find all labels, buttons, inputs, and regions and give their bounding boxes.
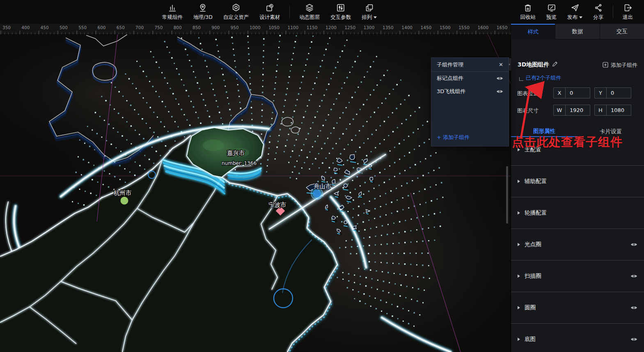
caret-right-icon xyxy=(518,306,520,309)
top-toolbar: 常规组件地理/3D自定义资产设计素材动态图层交互参数排列 回收站预览发布分享退出 xyxy=(0,0,644,24)
publish-plane-icon xyxy=(570,3,580,13)
svg-text:950: 950 xyxy=(231,25,239,30)
svg-text:1500: 1500 xyxy=(440,25,451,30)
sliders-icon xyxy=(336,3,346,13)
position-x-field[interactable]: X 0 xyxy=(553,87,590,98)
svg-text:1200: 1200 xyxy=(325,25,337,30)
chart-bars-icon xyxy=(167,3,177,13)
section-底图[interactable]: 底图 xyxy=(511,324,644,352)
subcomponent-manager-panel: 子组件管理 ✕ 标记点组件3D飞线组件 + 添加子组件 xyxy=(431,57,509,146)
subcomponent-list: 标记点组件3D飞线组件 xyxy=(431,72,509,98)
toolbar-left-group: 常规组件地理/3D自定义资产设计素材动态图层交互参数排列 xyxy=(157,0,382,24)
svg-text:350: 350 xyxy=(2,25,11,30)
toolbar-item-退出[interactable]: 退出 xyxy=(617,0,638,24)
section-光点圈[interactable]: 光点圈 xyxy=(511,229,644,261)
svg-text:1350: 1350 xyxy=(383,25,394,30)
toolbar-item-label: 分享 xyxy=(593,14,603,21)
toolbar-item-常规组件[interactable]: 常规组件 xyxy=(157,0,188,24)
section-label: 圆圈 xyxy=(525,304,630,311)
toolbar-item-分享[interactable]: 分享 xyxy=(588,0,609,24)
canvas-vertical-scrollbar[interactable] xyxy=(506,166,508,224)
edit-pencil-icon[interactable] xyxy=(552,61,558,69)
position-y-field[interactable]: Y 0 xyxy=(594,87,631,98)
toolbar-item-排列[interactable]: 排列 xyxy=(356,0,382,24)
size-h-field[interactable]: H 1080 xyxy=(594,105,631,116)
subcomponent-panel-titlebar[interactable]: 子组件管理 ✕ xyxy=(431,58,509,72)
layers-icon xyxy=(305,3,314,13)
toolbar-right-group: 回收站预览发布分享退出 xyxy=(515,0,644,24)
existing-children-link[interactable]: 已有2个子组件 xyxy=(519,74,561,82)
section-轮播配置[interactable]: 轮播配置 xyxy=(511,197,644,229)
toolbar-item-预览[interactable]: 预览 xyxy=(541,0,562,24)
zhoushan-marker[interactable] xyxy=(311,188,323,199)
design-shape-icon xyxy=(265,3,275,13)
svg-text:1600: 1600 xyxy=(478,25,489,30)
tab-样式[interactable]: 样式 xyxy=(511,24,555,39)
toolbar-item-设计素材[interactable]: 设计素材 xyxy=(254,0,285,24)
eye-icon[interactable] xyxy=(630,305,637,310)
toolbar-item-地理/3D[interactable]: 地理/3D xyxy=(188,0,218,24)
plus-square-icon xyxy=(603,62,608,69)
caret-right-icon xyxy=(518,180,520,183)
svg-text:1550: 1550 xyxy=(458,25,470,30)
svg-text:900: 900 xyxy=(211,25,220,30)
chevron-down-icon xyxy=(374,16,377,18)
subcomponent-item-标记点组件[interactable]: 标记点组件 xyxy=(431,72,509,85)
svg-text:1450: 1450 xyxy=(421,25,432,30)
caret-right-icon xyxy=(518,274,520,278)
hangzhou-marker-dot[interactable] xyxy=(121,197,128,205)
svg-text:650: 650 xyxy=(117,25,125,30)
tab-交互[interactable]: 交互 xyxy=(600,24,644,39)
section-label: 主配置 xyxy=(525,146,637,153)
svg-text:400: 400 xyxy=(21,25,30,30)
recycle-bin-icon xyxy=(523,3,533,13)
caret-right-icon xyxy=(518,148,520,151)
chart-size-label: 图表尺寸 xyxy=(517,107,539,114)
inspector-tabs: 样式数据交互 xyxy=(511,24,644,39)
ningbo-label: 宁波市 xyxy=(268,201,286,208)
hangzhou-label: 杭州市 xyxy=(113,190,132,196)
close-icon[interactable]: ✕ xyxy=(499,62,503,68)
toolbar-item-动态图层[interactable]: 动态图层 xyxy=(294,0,325,24)
chart-position-row: 图表位置 X 0 Y 0 xyxy=(511,87,644,99)
eye-icon[interactable] xyxy=(496,76,503,81)
add-subcomponent-link[interactable]: + 添加子组件 xyxy=(437,134,470,141)
eye-icon[interactable] xyxy=(496,89,503,94)
component-title: 3D地图组件 xyxy=(518,61,549,69)
eye-icon[interactable] xyxy=(630,274,637,279)
svg-text:1150: 1150 xyxy=(307,25,318,30)
subcomponent-panel-title: 子组件管理 xyxy=(437,61,463,69)
toolbar-item-label: 发布 xyxy=(567,14,582,21)
svg-text:600: 600 xyxy=(98,25,106,30)
toolbar-item-label: 回收站 xyxy=(520,14,536,21)
chart-position-label: 图表位置 xyxy=(517,90,539,97)
section-扫描圈[interactable]: 扫描圈 xyxy=(511,261,644,292)
svg-text:1400: 1400 xyxy=(401,25,413,30)
eye-icon[interactable] xyxy=(630,242,637,247)
section-label: 辅助配置 xyxy=(525,178,637,185)
add-child-component-button[interactable]: 添加子组件 xyxy=(603,62,637,69)
toolbar-item-自定义资产[interactable]: 自定义资产 xyxy=(218,0,254,24)
toolbar-item-发布[interactable]: 发布 xyxy=(562,0,588,24)
zhoushan-label: 舟山市 xyxy=(314,183,332,190)
section-主配置[interactable]: 主配置 xyxy=(511,134,644,166)
toolbar-item-label: 设计素材 xyxy=(259,14,280,21)
eye-icon[interactable] xyxy=(630,337,637,342)
svg-text:750: 750 xyxy=(154,25,163,30)
section-圆圈[interactable]: 圆圈 xyxy=(511,292,644,324)
toolbar-item-交互参数[interactable]: 交互参数 xyxy=(325,0,356,24)
subcomponent-item-3D飞线组件[interactable]: 3D飞线组件 xyxy=(431,85,509,98)
toolbar-item-label: 交互参数 xyxy=(330,14,351,21)
svg-text:450: 450 xyxy=(41,25,49,30)
section-辅助配置[interactable]: 辅助配置 xyxy=(511,166,644,197)
svg-text:500: 500 xyxy=(60,25,68,30)
caret-right-icon xyxy=(518,243,520,246)
toolbar-item-label: 地理/3D xyxy=(193,14,213,21)
size-w-field[interactable]: W 1920 xyxy=(553,105,590,116)
tab-数据[interactable]: 数据 xyxy=(555,24,599,39)
subcomponent-item-label: 3D飞线组件 xyxy=(437,88,465,95)
toolbar-item-回收站[interactable]: 回收站 xyxy=(515,0,541,24)
toolbar-item-label: 动态图层 xyxy=(299,14,320,21)
section-label: 轮播配置 xyxy=(525,209,637,217)
jiaxing-value-label: number: 1366 xyxy=(222,160,257,166)
